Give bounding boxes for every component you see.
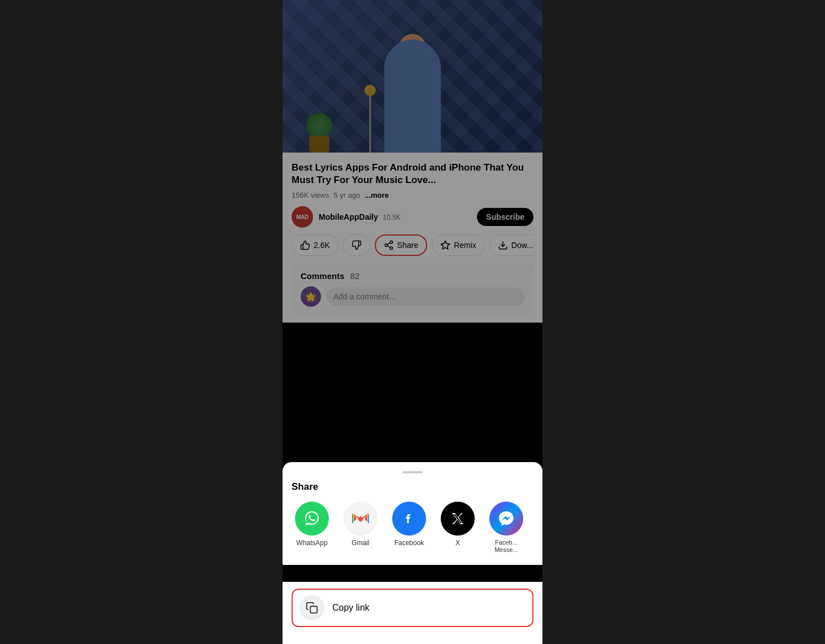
thumbs-down-icon	[351, 240, 362, 250]
svg-point-0	[390, 241, 393, 244]
share-app-facebook[interactable]: Facebook	[389, 502, 429, 554]
svg-rect-7	[310, 606, 317, 613]
share-icon	[384, 240, 394, 250]
share-title: Share	[292, 481, 533, 493]
video-background	[283, 0, 542, 153]
channel-row: MAD MobileAppDaily 10.5K Subscribe	[292, 206, 533, 228]
share-sheet: Share WhatsApp	[283, 462, 542, 565]
person-figure	[356, 28, 469, 153]
share-app-messenger[interactable]: Faceb...Messe...	[486, 502, 527, 554]
channel-subscribers: 10.5K	[383, 214, 400, 221]
svg-point-2	[390, 247, 393, 250]
plant-decoration	[305, 107, 333, 153]
share-button[interactable]: Share	[375, 234, 427, 256]
copy-icon	[306, 602, 318, 614]
comments-header: Comments 82	[301, 271, 524, 281]
video-title: Best Lyrics Apps For Android and iPhone …	[292, 162, 533, 186]
svg-line-4	[387, 243, 390, 245]
comments-label: Comments	[301, 271, 345, 281]
view-count: 156K views	[292, 191, 329, 199]
share-app-x[interactable]: X	[437, 502, 478, 554]
action-bar: 2.6K Share Remix	[292, 234, 533, 256]
user-avatar: 🌟	[301, 286, 321, 307]
thumbs-up-icon	[300, 240, 310, 250]
gmail-label: Gmail	[351, 539, 369, 547]
download-button[interactable]: Dow...	[489, 234, 533, 256]
gmail-icon	[344, 502, 377, 536]
comment-input[interactable]	[327, 288, 524, 306]
messenger-icon	[489, 502, 523, 536]
more-link[interactable]: ...more	[364, 191, 389, 199]
svg-line-3	[387, 246, 390, 247]
like-button[interactable]: 2.6K	[292, 234, 338, 256]
dislike-button[interactable]	[343, 234, 370, 256]
facebook-label: Facebook	[394, 539, 424, 547]
svg-point-1	[385, 244, 388, 247]
share-app-whatsapp[interactable]: WhatsApp	[292, 502, 332, 554]
remix-button[interactable]: Remix	[432, 234, 485, 256]
share-app-gmail[interactable]: Gmail	[340, 502, 381, 554]
share-apps-row: WhatsApp Gmail	[292, 502, 533, 556]
comment-input-row: 🌟	[301, 286, 524, 307]
video-age: 5 yr ago	[333, 191, 360, 199]
whatsapp-icon	[295, 502, 329, 536]
x-label: X	[455, 539, 460, 547]
copy-link-button[interactable]: Copy link	[292, 589, 533, 627]
download-icon	[498, 240, 508, 250]
video-area	[283, 0, 542, 153]
video-meta: 156K views 5 yr ago ...more	[292, 191, 533, 199]
channel-avatar[interactable]: MAD	[292, 206, 313, 228]
whatsapp-label: WhatsApp	[296, 539, 327, 547]
facebook-icon	[392, 502, 426, 536]
sheet-handle	[402, 471, 423, 473]
video-info-panel: Best Lyrics Apps For Android and iPhone …	[283, 153, 542, 323]
x-icon	[441, 502, 475, 536]
comments-section: Comments 82 🌟	[292, 264, 533, 314]
phone-container: Best Lyrics Apps For Android and iPhone …	[283, 0, 542, 644]
copy-link-text: Copy link	[332, 603, 370, 613]
copy-icon-circle	[299, 595, 324, 620]
like-count: 2.6K	[314, 241, 330, 250]
comments-count: 82	[350, 271, 360, 281]
channel-name[interactable]: MobileAppDaily	[319, 212, 378, 221]
messenger-label: Faceb...Messe...	[494, 539, 518, 554]
remix-label: Remix	[454, 241, 476, 250]
svg-marker-5	[441, 241, 450, 249]
download-label: Dow...	[511, 241, 533, 250]
copy-link-section: Copy link	[283, 582, 542, 644]
share-label: Share	[397, 241, 418, 250]
channel-info: MobileAppDaily 10.5K	[319, 212, 471, 222]
remix-icon	[440, 240, 450, 250]
subscribe-button[interactable]: Subscribe	[477, 208, 533, 226]
